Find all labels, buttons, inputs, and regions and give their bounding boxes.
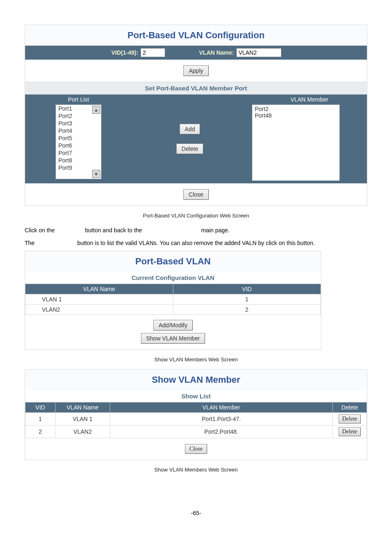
instruction-line-2: The button is to list the valid VLANs. Y… [25,238,367,248]
panel3-subtitle: Show List [25,390,367,402]
port-list-box[interactable]: ▲ Port1 Port2 Port3 Port4 Port5 Port6 Po… [55,104,101,179]
caption3: Show VLAN Members Web Screen [25,467,367,473]
member-item[interactable]: Port2 [255,106,337,112]
vlan-member-box[interactable]: Port2 Port48 [252,104,340,181]
show-vlan-member-button[interactable]: Show VLAN Member [141,333,205,344]
vlan-table: VLAN Name VID VLAN 1 1 VLAN2 2 [25,284,321,315]
port-option[interactable]: Port4 [56,127,101,134]
vlan-config-panel: Port-Based VLAN Configuration VID(1-49):… [25,25,367,206]
vlan-member-head: VLAN Member [252,95,367,104]
vlan-name-label: VLAN Name: [199,49,234,56]
show-list-table: VID VLAN Name VLAN Member Delete 1 VLAN … [25,402,367,438]
col-vid: VID [173,284,321,294]
panel1-title: Port-Based VLAN Configuration [25,25,367,46]
close-button-2[interactable]: Close [185,444,207,454]
port-option[interactable]: Port6 [56,142,101,149]
table-row: 2 VLAN2 Port2.Port48. Delete [25,426,367,438]
panel2-subtitle: Current Configuration VLAN [25,272,321,284]
table-row: VLAN2 2 [25,305,321,315]
port-option[interactable]: Port5 [56,134,101,142]
vlan-name-input[interactable] [236,48,281,57]
apply-button[interactable]: Apply [183,65,208,76]
row-delete-button[interactable]: Delete [339,427,361,436]
vid-name-row: VID(1-49): VLAN Name: [25,46,367,60]
scroll-up-icon[interactable]: ▲ [92,106,100,114]
vid-input[interactable] [141,48,165,57]
close-button[interactable]: Close [183,189,209,200]
col3-delete: Delete [333,402,367,413]
col3-member: VLAN Member [110,402,333,413]
table-row: VLAN 1 1 [25,294,321,305]
port-list-head: Port List [68,95,89,104]
row-delete-button[interactable]: Delete [339,414,361,423]
caption1: Port-Based VLAN Configuration Web Screen [25,213,367,219]
col3-vid: VID [25,402,55,413]
scroll-down-icon[interactable]: ▼ [92,170,100,178]
delete-button[interactable]: Delete [176,143,203,154]
table-row: 1 VLAN 1 Port1.Port3-47. Delete [25,413,367,426]
port-option[interactable]: Port8 [56,157,101,164]
port-option[interactable]: Port3 [56,120,101,127]
member-item[interactable]: Port48 [255,112,337,119]
page-number: -65- [25,510,367,516]
vid-label: VID(1-49): [111,49,138,56]
col-vlan-name: VLAN Name [25,284,173,294]
current-vlan-panel: Port-Based VLAN Current Configuration VL… [25,251,321,350]
show-vlan-member-panel: Show VLAN Member Show List VID VLAN Name… [25,369,367,460]
col3-name: VLAN Name [55,402,110,413]
add-button[interactable]: Add [180,124,201,134]
caption2: Show VLAN Members Web Screen [25,356,367,363]
panel3-title: Show VLAN Member [25,370,367,390]
member-port-heading: Set Port-Based VLAN Member Port [25,82,367,95]
instruction-line-1: Click on the button and back to the main… [25,225,367,236]
panel2-title: Port-Based VLAN [25,251,321,272]
port-option[interactable]: Port7 [56,149,101,157]
add-modify-button[interactable]: Add/Modify [153,320,193,331]
